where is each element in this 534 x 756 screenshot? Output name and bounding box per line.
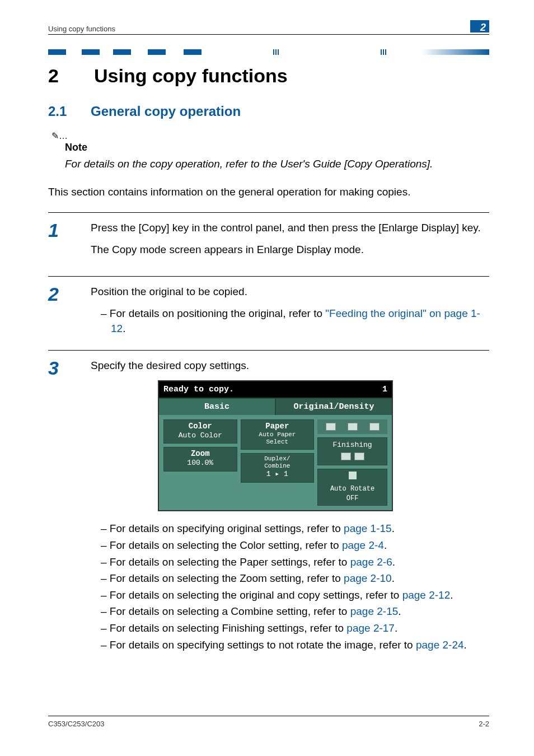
step-2-bullet-1: For details on positioning the original,… xyxy=(101,306,489,336)
bullet-post: . xyxy=(464,639,467,651)
chapter-heading-text: Using copy functions xyxy=(94,65,288,86)
step-number-3: 3 xyxy=(48,358,91,654)
step-3-bullet: For details on selecting the Color setti… xyxy=(101,538,489,553)
lcd-mini-icon xyxy=(326,423,336,431)
link-page-2-10[interactable]: page 2-10 xyxy=(344,572,392,584)
footer-model: C353/C253/C203 xyxy=(48,720,104,728)
lcd-color-val: Auto Color xyxy=(165,431,236,440)
lcd-mini-icon xyxy=(348,423,358,431)
device-screenshot: Ready to copy. 1 Basic Original/Density … xyxy=(158,380,393,512)
note-icon: ✎… xyxy=(51,132,489,141)
bullet-post: . xyxy=(392,522,395,534)
link-page-2-12[interactable]: page 2-12 xyxy=(402,589,451,601)
header-rule xyxy=(48,34,489,35)
bullet-post: . xyxy=(450,589,453,601)
step-2-para-1: Position the original to be copied. xyxy=(91,284,489,300)
link-page-2-4[interactable]: page 2-4 xyxy=(342,539,384,551)
bullet-post: . xyxy=(123,323,125,334)
step-3-bullet: For details on specifying original setti… xyxy=(101,521,489,536)
link-page-2-15[interactable]: page 2-15 xyxy=(350,605,399,617)
link-page-2-24[interactable]: page 2-24 xyxy=(416,639,464,651)
lcd-finishing-label: Finishing xyxy=(320,440,385,450)
step-3-bullet: For details on selecting the original an… xyxy=(101,588,489,603)
lcd-paper-cell[interactable]: Paper Auto PaperSelect xyxy=(241,419,315,450)
bullet-text: For details on selecting a Combine setti… xyxy=(110,605,350,617)
lcd-count: 1 xyxy=(382,384,387,395)
decorative-bar xyxy=(48,49,489,57)
step-2: 2 Position the original to be copied. Fo… xyxy=(48,276,489,338)
lcd-zoom-val: 100.0% xyxy=(165,459,236,468)
lcd-rotate-label: Auto RotateOFF xyxy=(320,484,385,503)
lcd-color-cell[interactable]: Color Auto Color xyxy=(163,419,237,444)
bullet-text: For details on selecting the original an… xyxy=(110,589,402,601)
section-title: 2.1General copy operation xyxy=(48,104,489,119)
step-3-bullet: For details on specifying settings to no… xyxy=(101,638,489,653)
link-page-2-17[interactable]: page 2-17 xyxy=(346,622,395,634)
step-3: 3 Specify the desired copy settings. Rea… xyxy=(48,350,489,654)
step-3-bullet: For details on selecting the Paper setti… xyxy=(101,555,489,570)
lcd-rotate-icon xyxy=(349,472,357,479)
chapter-badge: 2 xyxy=(470,20,489,32)
step-number-1: 1 xyxy=(48,221,91,264)
step-3-bullet: For details on selecting Finishing setti… xyxy=(101,621,489,636)
lcd-mini-icon xyxy=(369,423,380,431)
lcd-duplex-cell[interactable]: Duplex/Combine 1 ▸ 1 xyxy=(241,453,315,483)
bullet-text: For details on specifying settings to no… xyxy=(110,639,416,651)
section-heading-text: General copy operation xyxy=(91,104,241,119)
step-1-para-1: Press the [Copy] key in the control pane… xyxy=(91,221,489,236)
lcd-status: Ready to copy. xyxy=(163,384,234,395)
lcd-duplex-hdr: Duplex/Combine xyxy=(242,455,313,470)
step-3-para-1: Specify the desired copy settings. xyxy=(91,358,489,374)
lcd-finishing-cell[interactable]: Finishing xyxy=(317,437,387,465)
lcd-finishing-icon xyxy=(341,452,351,460)
bullet-post: . xyxy=(384,539,387,551)
bullet-text: For details on specifying original setti… xyxy=(110,522,344,534)
chapter-title: 2Using copy functions xyxy=(48,65,489,87)
step-1-para-2: The Copy mode screen appears in Enlarge … xyxy=(91,242,489,258)
running-header: Using copy functions xyxy=(48,20,115,33)
step-1: 1 Press the [Copy] key in the control pa… xyxy=(48,212,489,264)
lcd-icon-row-top xyxy=(317,419,387,434)
lcd-tab-original-density[interactable]: Original/Density xyxy=(275,399,392,415)
lcd-rotate-cell[interactable]: Auto RotateOFF xyxy=(317,469,387,506)
section-number: 2.1 xyxy=(48,104,91,119)
lcd-finishing-icon xyxy=(354,452,364,460)
step-number-2: 2 xyxy=(48,284,91,338)
lcd-zoom-hdr: Zoom xyxy=(165,449,236,459)
bullet-text: For details on selecting the Color setti… xyxy=(110,539,342,551)
bullet-text: For details on selecting the Zoom settin… xyxy=(110,572,344,584)
bullet-post: . xyxy=(398,605,401,617)
note-label: Note xyxy=(65,142,489,153)
chapter-number: 2 xyxy=(48,65,94,87)
bullet-post: . xyxy=(392,572,395,584)
footer-page-number: 2-2 xyxy=(479,720,489,728)
intro-paragraph: This section contains information on the… xyxy=(48,185,489,199)
step-3-bullet: For details on selecting the Zoom settin… xyxy=(101,571,489,586)
lcd-tab-basic[interactable]: Basic xyxy=(159,399,275,415)
bullet-text: For details on positioning the original,… xyxy=(110,307,326,319)
bullet-post: . xyxy=(392,556,395,568)
link-page-1-15[interactable]: page 1-15 xyxy=(344,522,392,534)
lcd-duplex-val: 1 ▸ 1 xyxy=(242,470,313,479)
lcd-paper-val: Auto PaperSelect xyxy=(242,431,313,446)
lcd-paper-hdr: Paper xyxy=(242,422,313,431)
bullet-text: For details on selecting Finishing setti… xyxy=(110,622,346,634)
lcd-color-hdr: Color xyxy=(165,422,236,431)
step-3-bullet: For details on selecting a Combine setti… xyxy=(101,604,489,619)
bullet-text: For details on selecting the Paper setti… xyxy=(110,556,350,568)
lcd-zoom-cell[interactable]: Zoom 100.0% xyxy=(163,447,237,471)
note-body: For details on the copy operation, refer… xyxy=(65,157,489,171)
link-page-2-6[interactable]: page 2-6 xyxy=(350,556,392,568)
bullet-post: . xyxy=(395,622,397,634)
